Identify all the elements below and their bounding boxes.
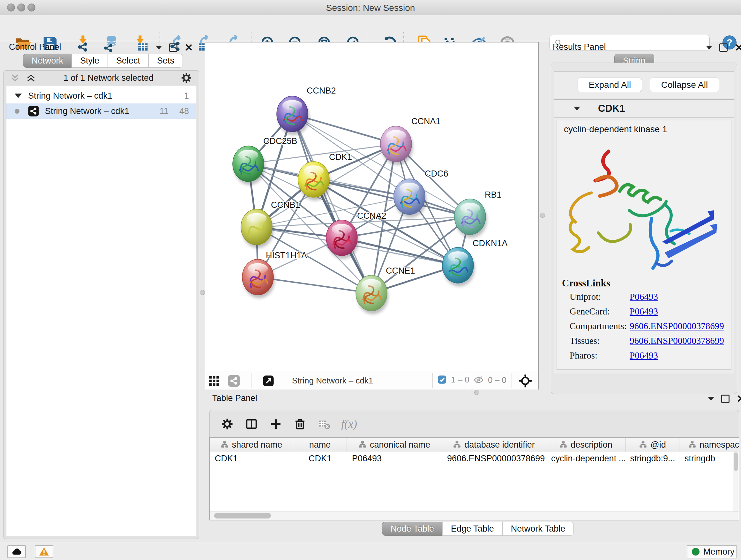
network-node-CCNB2[interactable]	[277, 96, 309, 135]
network-view-toolbar: String Network – cdk1 1 – 0 0 – 0	[205, 372, 538, 389]
panel-menu-icon[interactable]	[706, 46, 712, 50]
left-splitter-handle[interactable]	[200, 290, 205, 295]
network-edge[interactable]	[258, 277, 372, 293]
crosslink-link[interactable]: P06493	[630, 350, 658, 361]
tab-style[interactable]: Style	[71, 54, 108, 68]
section-collapse-icon[interactable]	[574, 107, 580, 111]
node-count: 11	[159, 106, 169, 116]
create-column-button[interactable]	[268, 417, 283, 431]
column-header-description[interactable]: description	[546, 438, 626, 452]
results-panel-window-controls: ✕	[706, 44, 741, 52]
crosslink-link[interactable]: P06493	[630, 306, 658, 317]
float-panel-icon[interactable]	[719, 44, 728, 52]
columns-icon	[245, 417, 258, 431]
gear-icon[interactable]	[180, 72, 192, 84]
collapse-all-button[interactable]: Collapse All	[650, 78, 719, 92]
column-header-label: description	[570, 440, 612, 450]
expand-all-icon[interactable]	[25, 72, 37, 83]
tab-edge-table[interactable]: Edge Table	[442, 522, 502, 536]
table-cell[interactable]: stringdb:9...	[626, 452, 679, 465]
table-cell[interactable]: CDK1	[293, 452, 347, 465]
cloud-status-button[interactable]	[7, 545, 26, 558]
warning-icon	[39, 546, 50, 557]
delete-table-button[interactable]	[317, 417, 332, 431]
column-header-label: namespace	[699, 440, 739, 450]
network-edge[interactable]	[292, 114, 372, 293]
hidden-elements-indicator[interactable]: 0 – 0	[473, 374, 507, 385]
table-tabs: Node TableEdge TableNetwork Table	[382, 522, 574, 536]
crosslink-link[interactable]: 9606.ENSP00000378699	[630, 335, 724, 346]
network-node-CCNB1[interactable]	[241, 209, 273, 248]
close-panel-icon[interactable]: ✕	[735, 44, 741, 51]
collapse-all-icon[interactable]	[9, 72, 21, 83]
grid-view-button[interactable]	[208, 374, 220, 387]
table-cell[interactable]: 9606.ENSP00000378699	[442, 452, 546, 465]
network-node-CDC6[interactable]	[394, 179, 426, 218]
table-horizontal-scrollbar[interactable]	[210, 511, 739, 520]
birdseye-view-button[interactable]	[518, 374, 533, 388]
table-toolbar: f(x)	[209, 410, 739, 437]
network-collection-label: String Network – cdk1	[28, 91, 112, 101]
float-panel-icon[interactable]	[721, 395, 730, 403]
show-columns-button[interactable]	[244, 417, 259, 431]
right-splitter-handle[interactable]	[540, 212, 545, 218]
column-type-icon	[220, 441, 229, 449]
tree-caret-icon[interactable]	[15, 94, 22, 98]
table-panel: Table Panel ✕ f(x) shared na	[204, 393, 741, 542]
tab-sets[interactable]: Sets	[148, 54, 183, 68]
network-node-HIST1H1A[interactable]	[242, 259, 275, 298]
crosslink-link[interactable]: 9606.ENSP00000378699	[630, 321, 724, 331]
network-node-RB1[interactable]	[455, 199, 487, 238]
expand-collapse-bar: Expand All Collapse All	[554, 71, 734, 98]
table-cell[interactable]: CDK1	[210, 452, 293, 465]
panel-menu-icon[interactable]	[156, 46, 162, 50]
network-edge[interactable]	[342, 238, 458, 265]
network-node-CDKN1A[interactable]	[442, 247, 475, 287]
network-node-CCNA1[interactable]	[381, 126, 413, 165]
column-header-namespace[interactable]: namespace	[679, 438, 739, 452]
network-node-CCNA2[interactable]	[326, 220, 359, 259]
network-collection-row[interactable]: String Network – cdk1 1	[6, 88, 196, 104]
node-label-RB1: RB1	[485, 190, 502, 199]
column-header-shared-name[interactable]: shared name	[210, 438, 293, 452]
tab-network[interactable]: Network	[23, 54, 72, 68]
string-view-button[interactable]	[227, 374, 240, 387]
network-node-CDK1[interactable]	[298, 162, 331, 200]
crosslink-link[interactable]: P06493	[630, 292, 658, 302]
float-panel-icon[interactable]	[169, 44, 178, 52]
table-cell[interactable]: stringdb	[679, 452, 739, 465]
table-cell[interactable]: P06493	[347, 452, 442, 465]
table-vertical-scrollbar[interactable]	[733, 452, 739, 512]
tab-node-table[interactable]: Node Table	[382, 522, 443, 536]
node-table: shared namenamecanonical namedatabase id…	[209, 437, 739, 520]
node-label-CCNB2: CCNB2	[307, 86, 336, 96]
table-row[interactable]: CDK1CDK1P064939606.ENSP00000378699cyclin…	[210, 452, 739, 465]
column-header-name[interactable]: name	[293, 438, 347, 452]
column-header-canonical-name[interactable]: canonical name	[347, 438, 442, 452]
tab-select[interactable]: Select	[108, 54, 149, 68]
network-canvas[interactable]: CCNB2CCNA1CDC25BCDK1CDC6RB1CCNB1CCNA2CDK…	[205, 43, 538, 372]
function-builder-button[interactable]: f(x)	[341, 417, 357, 431]
expand-all-button[interactable]: Expand All	[578, 78, 642, 92]
table-cell[interactable]: cyclin-dependent ...	[546, 452, 626, 465]
delete-column-button[interactable]	[293, 417, 307, 431]
selected-nodes-indicator[interactable]: 1 – 0	[437, 374, 469, 385]
network-node-CCNE1[interactable]	[356, 275, 388, 314]
network-row-selected[interactable]: String Network – cdk1 11 48	[6, 104, 196, 119]
network-view: CCNB2CCNA1CDC25BCDK1CDC6RB1CCNB1CCNA2CDK…	[205, 42, 539, 389]
network-node-CDC25B[interactable]	[232, 146, 265, 185]
close-panel-icon[interactable]: ✕	[737, 395, 741, 402]
warnings-button[interactable]	[35, 545, 53, 558]
column-header-database-identifier[interactable]: database identifier	[442, 438, 546, 452]
network-list-toolbar: 1 of 1 Network selected	[3, 71, 199, 85]
panel-menu-icon[interactable]	[708, 397, 714, 401]
string-network-icon	[28, 105, 39, 117]
tab-network-table[interactable]: Network Table	[502, 522, 574, 536]
close-panel-icon[interactable]: ✕	[185, 44, 193, 51]
memory-button[interactable]: Memory	[687, 545, 737, 558]
column-header-id[interactable]: @id	[626, 438, 679, 452]
table-options-button[interactable]	[220, 417, 234, 431]
detach-view-button[interactable]	[262, 374, 275, 387]
gene-section-header[interactable]: CDK1	[554, 100, 734, 118]
network-selection-status: 1 of 1 Network selected	[37, 73, 180, 83]
